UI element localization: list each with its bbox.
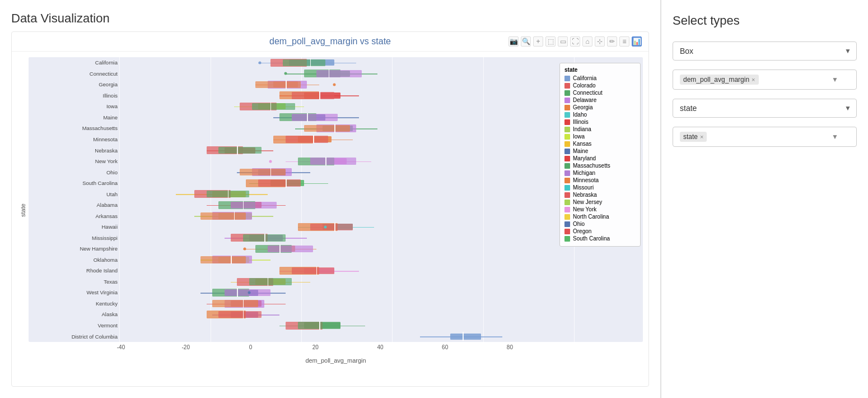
zoom-icon[interactable]: 🔍 — [521, 36, 531, 47]
x-tick-minus40: -40 — [117, 344, 125, 350]
y-labels: California Connecticut Georgia Illinois … — [29, 57, 121, 342]
legend-label-missouri: Missouri — [573, 184, 594, 191]
type-select-wrapper[interactable]: Box Violin Strip Overlay ▼ — [673, 41, 857, 61]
y-label-texas: Texas — [29, 276, 121, 288]
color-tag-remove[interactable]: × — [700, 133, 703, 140]
legend-item-idaho: Idaho — [564, 112, 636, 118]
x-tick-40: 40 — [377, 344, 383, 350]
page-title: Data Visualization — [11, 11, 649, 26]
legend-item-colorado: Colorado — [564, 82, 636, 89]
legend-label-ohio: Ohio — [573, 221, 585, 227]
legend-color-idaho — [564, 112, 570, 118]
legend-item-oregon: Oregon — [564, 228, 636, 234]
y-label-california: California — [29, 57, 121, 68]
legend-item-ohio: Ohio — [564, 221, 636, 227]
legend-label-newyork: New York — [573, 206, 596, 212]
color-multi-select[interactable]: state × ▼ — [673, 127, 857, 147]
lasso-icon[interactable]: ⛶ — [570, 36, 580, 47]
legend-label-oregon: Oregon — [573, 228, 591, 234]
y-select-group: dem_poll_avg_margin × ▼ — [673, 70, 857, 90]
y-label-maine: Maine — [29, 112, 121, 123]
legend-item-maryland: Maryland — [564, 155, 636, 161]
y-label-minnesota: Minnesota — [29, 134, 121, 145]
legend-color-newjersey — [564, 200, 570, 205]
x-tick-minus20: -20 — [182, 344, 190, 350]
legend-item-minnesota: Minnesota — [564, 177, 636, 183]
legend-item-maine: Maine — [564, 148, 636, 154]
legend-label-minnesota: Minnesota — [573, 177, 599, 183]
x-select-group: state ▼ — [673, 99, 857, 118]
legend-item-georgia: Georgia — [564, 104, 636, 110]
legend-color-missouri — [564, 185, 570, 191]
legend-label-newjersey: New Jersey — [573, 199, 602, 205]
y-label-newhampshire: New Hampshire — [29, 243, 121, 254]
legend-label-kansas: Kansas — [573, 141, 591, 147]
y-label-oklahoma: Oklahoma — [29, 254, 121, 266]
legend-item-massachusetts: Massachusetts — [564, 163, 636, 169]
legend-label-idaho: Idaho — [573, 112, 587, 118]
legend-item-delaware: Delaware — [564, 97, 636, 103]
legend-color-massachusetts — [564, 163, 570, 169]
camera-icon[interactable]: 📷 — [508, 36, 519, 47]
legend-label-southcarolina: South Carolina — [573, 235, 610, 242]
y-axis-label: state — [17, 57, 29, 364]
legend-panel: state California Colorado Connecticut — [559, 63, 641, 247]
box-select-icon[interactable]: ⬚ — [545, 36, 556, 47]
y-label-utah: Utah — [29, 188, 121, 200]
legend-title: state — [564, 67, 636, 73]
y-tag-remove[interactable]: × — [752, 76, 755, 83]
y-label-ohio: Ohio — [29, 166, 121, 178]
y-multi-select[interactable]: dem_poll_avg_margin × ▼ — [673, 70, 857, 90]
legend-color-southcarolina — [564, 236, 570, 242]
legend-item-kansas: Kansas — [564, 141, 636, 147]
x-axis: -40 -20 0 20 40 60 80 — [121, 342, 559, 356]
color-tag-state: state × — [680, 132, 707, 142]
legend-item-newjersey: New Jersey — [564, 199, 636, 205]
legend-color-nebraska — [564, 192, 570, 198]
y-label-southcarolina: South Carolina — [29, 178, 121, 189]
legend-color-delaware — [564, 98, 570, 103]
plus-icon[interactable]: + — [533, 36, 543, 47]
x-tick-80: 80 — [507, 344, 513, 350]
draw-icon[interactable]: ✏ — [607, 36, 617, 47]
menu-icon[interactable]: ≡ — [619, 36, 629, 47]
legend-label-northcarolina: North Carolina — [573, 214, 609, 220]
chart-inner: California Connecticut Georgia Illinois … — [29, 57, 643, 364]
legend-color-connecticut — [564, 90, 570, 96]
legend-label-illinois: Illinois — [573, 119, 589, 125]
spike-icon[interactable]: ⊹ — [595, 36, 605, 47]
type-select[interactable]: Box Violin Strip Overlay — [673, 41, 857, 61]
legend-label-indiana: Indiana — [573, 126, 591, 132]
legend-item-connecticut: Connecticut — [564, 90, 636, 96]
legend-color-oregon — [564, 229, 570, 234]
type-select-group: Box Violin Strip Overlay ▼ — [673, 41, 857, 61]
y-label-newyork: New York — [29, 156, 121, 167]
chart-body: state California Connecticut Georgia — [12, 52, 648, 386]
legend-color-california — [564, 76, 570, 81]
y-label-alabama: Alabama — [29, 200, 121, 211]
x-select-wrapper[interactable]: state ▼ — [673, 99, 857, 118]
y-tag-label: dem_poll_avg_margin — [683, 76, 749, 84]
legend-color-newyork — [564, 207, 570, 212]
y-label-illinois: Illinois — [29, 90, 121, 101]
legend-item-iowa: Iowa — [564, 133, 636, 140]
y-label-westvirginia: West Virginia — [29, 287, 121, 298]
bar-chart-icon[interactable]: 📊 — [632, 36, 642, 47]
y-select-arrow: ▼ — [832, 76, 838, 84]
x-tick-20: 20 — [312, 344, 319, 350]
y-label-rhodeisland: Rhode Island — [29, 265, 121, 276]
y-label-nebraska: Nebraska — [29, 145, 121, 156]
right-panel-title: Select types — [673, 13, 857, 28]
box-minus-icon[interactable]: ▭ — [558, 36, 568, 47]
y-label-arkansas: Arkansas — [29, 210, 121, 221]
legend-item-indiana: Indiana — [564, 126, 636, 132]
x-select[interactable]: state — [673, 99, 857, 118]
right-panel: Select types Box Violin Strip Overlay ▼ … — [661, 0, 868, 398]
home-icon[interactable]: ⌂ — [582, 36, 592, 47]
y-label-hawaii: Hawaii — [29, 221, 121, 233]
x-axis-label: dem_poll_avg_margin — [29, 357, 643, 364]
chart-title: dem_poll_avg_margin vs state — [269, 36, 391, 47]
legend-label-delaware: Delaware — [573, 97, 596, 103]
y-label-alaska: Alaska — [29, 309, 121, 320]
main-panel: Data Visualization dem_poll_avg_margin v… — [0, 0, 661, 398]
